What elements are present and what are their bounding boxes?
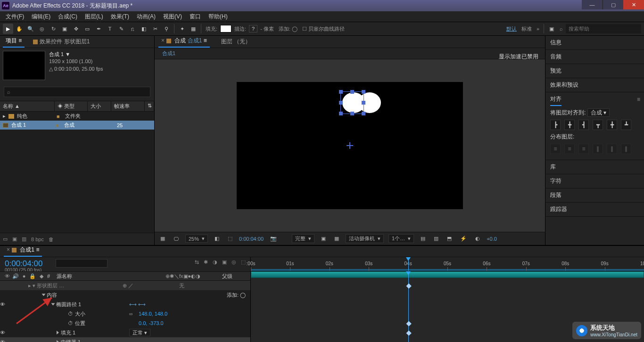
selection-box[interactable] bbox=[340, 91, 364, 114]
dist-bottom[interactable]: ≡ bbox=[578, 144, 589, 154]
tl-row-fill[interactable]: 👁 填充 1 正常 ▾ bbox=[0, 328, 250, 337]
col-name[interactable]: 名称 ▲ bbox=[0, 101, 55, 111]
dist-right[interactable]: ∥ bbox=[621, 144, 631, 154]
vf-fast-icon[interactable]: ⚡ bbox=[458, 235, 469, 242]
tl-row-position[interactable]: ⏱ 位置 0.0, -373.0 bbox=[0, 318, 250, 328]
panel-library[interactable]: 库 bbox=[545, 160, 644, 174]
tab-comp-viewer[interactable]: × 合成 合成1 ≡ bbox=[158, 35, 210, 48]
tool-camera[interactable]: ▣ bbox=[59, 24, 70, 34]
vf-monitor-icon[interactable]: 🖵 bbox=[172, 236, 181, 242]
menu-edit[interactable]: 编辑(E) bbox=[28, 11, 54, 22]
newfolder-icon[interactable]: ▥ bbox=[22, 236, 26, 242]
stroke-swatch[interactable]: ? bbox=[249, 25, 257, 33]
exposure-value[interactable]: +0.0 bbox=[487, 236, 497, 242]
tl-tree-icon[interactable]: ⇆ bbox=[195, 259, 199, 265]
col-parent[interactable]: 父级 bbox=[222, 273, 250, 280]
tl-shy-icon[interactable]: ✱ bbox=[204, 259, 208, 265]
col-eye-icon[interactable]: 👁 bbox=[4, 273, 10, 279]
vf-alpha-icon[interactable]: ◧ bbox=[213, 235, 221, 242]
anchor-point-icon[interactable] bbox=[347, 142, 353, 149]
tl-draft3d-icon[interactable]: ◎ bbox=[231, 259, 236, 265]
project-row-folder[interactable]: ▸ 纯色 ■ 文件夹 bbox=[0, 112, 154, 121]
tl-search[interactable] bbox=[56, 259, 107, 268]
comp-viewer[interactable] bbox=[155, 59, 545, 232]
col-fps[interactable]: 帧速率 bbox=[111, 101, 145, 111]
menu-file[interactable]: 文件(F) bbox=[2, 11, 28, 22]
tool-roto[interactable]: ✂ bbox=[150, 24, 160, 34]
tool-panbehind[interactable]: ✥ bbox=[71, 24, 81, 34]
tool-selection[interactable]: ▶ bbox=[3, 24, 13, 34]
project-row-comp[interactable]: 合成 1 ■ 合成 25 bbox=[0, 121, 154, 130]
eye-icon[interactable]: 👁 bbox=[0, 330, 7, 335]
col-srcname[interactable]: 源名称 bbox=[55, 273, 165, 280]
vf-guides-icon[interactable]: ▤ bbox=[419, 235, 427, 242]
trash-icon[interactable]: 🗑 bbox=[49, 236, 54, 242]
col-flow-icon[interactable]: ⇅ bbox=[145, 101, 154, 111]
tab-effectcontrols[interactable]: 效果控件 形状图层1 bbox=[30, 36, 92, 48]
tl-row-ellipse[interactable]: 👁 椭圆路径 1 ⟷ ⟷ bbox=[0, 300, 250, 309]
comp-canvas[interactable] bbox=[237, 82, 463, 209]
newcomp-icon[interactable]: ▣ bbox=[12, 236, 17, 242]
tool-hand[interactable]: ✋ bbox=[14, 24, 25, 34]
fill-swatch[interactable] bbox=[220, 25, 231, 33]
tl-render-icon[interactable]: ⬚ bbox=[241, 259, 246, 265]
add-label[interactable]: 添加: ◯ bbox=[279, 25, 297, 33]
panel-menu-icon[interactable]: ≡ bbox=[637, 96, 640, 103]
col-audio-icon[interactable]: 🔊 bbox=[12, 273, 19, 279]
vf-channel-icon[interactable] bbox=[283, 238, 287, 239]
tool-rect[interactable]: ▭ bbox=[82, 24, 92, 34]
ruler-playhead[interactable] bbox=[408, 257, 409, 271]
position-value[interactable]: 0.0, -373.0 bbox=[139, 320, 250, 326]
vf-snapshot-icon[interactable]: 📷 bbox=[268, 235, 279, 242]
menu-effect[interactable]: 效果(T) bbox=[107, 11, 133, 22]
panel-character[interactable]: 字符 bbox=[545, 174, 644, 188]
col-size[interactable]: 大小 bbox=[88, 101, 111, 111]
keyframe-icon[interactable] bbox=[406, 284, 411, 289]
tl-blur-icon[interactable]: ◑ bbox=[213, 259, 217, 265]
project-thumbnail[interactable] bbox=[3, 51, 45, 80]
panel-info[interactable]: 信息 bbox=[545, 36, 644, 50]
tool-text[interactable]: T bbox=[105, 24, 115, 34]
align-to-select[interactable]: 合成 ▾ bbox=[587, 108, 610, 117]
tool-clone[interactable]: ⎌ bbox=[127, 24, 138, 34]
bezier-checkbox[interactable]: ☐ 贝塞尔曲线路径 bbox=[302, 25, 345, 33]
align-top[interactable]: ┳ bbox=[593, 120, 603, 130]
tool-world-axis[interactable]: ▦ bbox=[188, 24, 198, 34]
col-tag[interactable]: ◆ bbox=[40, 273, 47, 279]
keyframe-icon[interactable] bbox=[406, 321, 411, 326]
vf-roi-icon[interactable]: ▣ bbox=[319, 235, 328, 242]
workspace-more[interactable]: » bbox=[537, 26, 539, 32]
tool-orbit[interactable]: ◎ bbox=[37, 24, 47, 34]
menu-layer[interactable]: 图层(L) bbox=[81, 11, 107, 22]
tab-layer-none[interactable]: 图层 （无） bbox=[218, 36, 254, 48]
bpc-label[interactable]: 8 bpc bbox=[31, 236, 44, 242]
menu-animation[interactable]: 动画(A) bbox=[133, 11, 159, 22]
tool-pen[interactable]: ✒ bbox=[93, 24, 104, 34]
vf-mask-icon[interactable]: ⬚ bbox=[226, 235, 234, 242]
panel-audio[interactable]: 音频 bbox=[545, 50, 644, 64]
snap-icon[interactable]: ▣ bbox=[546, 24, 557, 34]
vf-timecode[interactable]: 0:00:04:00 bbox=[239, 236, 264, 242]
search-help-input[interactable] bbox=[566, 24, 641, 33]
views-select[interactable]: 1个… ▾ bbox=[388, 234, 414, 243]
col-solo-icon[interactable]: ● bbox=[21, 273, 27, 279]
camera-select[interactable]: 活动摄像机 ▾ bbox=[346, 234, 384, 243]
panel-tracker[interactable]: 跟踪器 bbox=[545, 203, 644, 217]
tool-local-axis[interactable]: ✦ bbox=[177, 24, 187, 34]
menu-help[interactable]: 帮助(H) bbox=[205, 11, 231, 22]
window-minimize[interactable]: — bbox=[582, 0, 603, 9]
fillmode-select[interactable]: 正常 ▾ bbox=[129, 329, 150, 336]
align-bottom[interactable]: ┻ bbox=[621, 120, 631, 130]
tl-row-repeater[interactable]: 👁 中继器 1 bbox=[0, 337, 250, 342]
res-select[interactable]: 完整 ▾ bbox=[292, 234, 314, 243]
panel-align-title[interactable]: 对齐 bbox=[550, 95, 561, 106]
workspace-default[interactable]: 默认 bbox=[506, 25, 517, 33]
menu-view[interactable]: 视图(V) bbox=[159, 11, 186, 22]
window-maximize[interactable]: ▢ bbox=[603, 0, 623, 9]
project-search[interactable]: ⌕ bbox=[4, 87, 150, 97]
keyframe-icon[interactable] bbox=[406, 331, 411, 336]
dist-top[interactable]: ≡ bbox=[550, 144, 561, 154]
tool-brush[interactable]: ✎ bbox=[116, 24, 126, 34]
tool-zoom[interactable]: 🔍 bbox=[25, 24, 36, 34]
vf-exp-icon[interactable]: ◐ bbox=[473, 235, 482, 242]
